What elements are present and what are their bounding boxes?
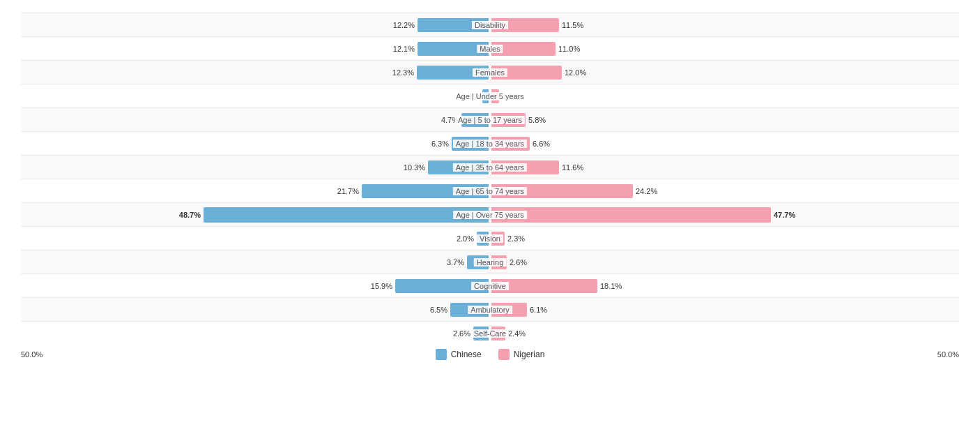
bar-value-right: 6.6% (533, 140, 550, 148)
row-label: Age | Under 5 years (453, 92, 527, 100)
chart-row: 15.9% Cognitive 18.1% (21, 274, 959, 297)
bar-value-right: 12.0% (565, 68, 586, 77)
bar-value-left: 48.7% (179, 211, 201, 219)
bar-value-left: 15.9% (371, 282, 392, 290)
row-label: Age | 35 to 64 years (453, 163, 527, 172)
row-label: Self-Care (471, 329, 509, 338)
legend-nigerian-label: Nigerian (514, 350, 545, 359)
chart-row: 2.0% Vision 2.3% (21, 226, 959, 250)
bar-value-right: 24.2% (636, 187, 657, 195)
legend-row: 50.0% Chinese Nigerian 50.0% (21, 349, 959, 360)
chart-container: 12.2% Disability 11.5% 12.1% Males 11.0%… (14, 13, 966, 360)
chart-row: 1.1% Age | Under 5 years 1.3% (21, 84, 959, 107)
chart-row: 6.5% Ambulatory 6.1% (21, 297, 959, 321)
bar-right (491, 207, 771, 223)
bar-value-right: 2.6% (510, 258, 527, 267)
row-label: Hearing (474, 258, 507, 267)
bar-value-right: 11.5% (562, 21, 583, 29)
row-label: Age | Over 75 years (453, 211, 527, 219)
row-label: Males (477, 45, 503, 53)
legend-chinese: Chinese (436, 349, 482, 360)
axis-label-right: 50.0% (931, 350, 959, 359)
row-label: Age | 65 to 74 years (453, 187, 527, 195)
chart-row: 4.7% Age | 5 to 17 years 5.8% (21, 107, 959, 131)
chart-row: 12.2% Disability 11.5% (21, 13, 959, 36)
bar-value-right: 2.4% (508, 329, 526, 338)
chart-row: 21.7% Age | 65 to 74 years 24.2% (21, 179, 959, 202)
row-label: Age | 18 to 34 years (453, 140, 527, 148)
chart-row: 12.3% Females 12.0% (21, 60, 959, 84)
bar-value-left: 3.7% (447, 258, 464, 267)
chart-row: 12.1% Males 11.0% (21, 36, 959, 60)
chart-row: 10.3% Age | 35 to 64 years 11.6% (21, 155, 959, 179)
chart-row: 6.3% Age | 18 to 34 years 6.6% (21, 131, 959, 155)
bar-value-left: 12.1% (393, 45, 415, 53)
legend-color-nigerian (498, 349, 510, 360)
bar-value-right: 18.1% (600, 282, 622, 290)
bar-left (204, 207, 489, 223)
row-label: Vision (477, 234, 503, 243)
bar-value-right: 5.8% (528, 116, 546, 124)
bar-value-left: 10.3% (404, 163, 425, 172)
bar-value-right: 47.7% (774, 211, 795, 219)
chart-row: 3.7% Hearing 2.6% (21, 250, 959, 274)
bar-value-left: 21.7% (337, 187, 359, 195)
bar-value-left: 12.2% (393, 21, 415, 29)
row-label: Ambulatory (468, 306, 512, 314)
row-label: Females (473, 68, 507, 77)
bar-value-right: 6.1% (530, 306, 547, 314)
bar-value-left: 2.0% (457, 234, 474, 243)
legend-nigerian: Nigerian (498, 349, 545, 360)
legend-chinese-label: Chinese (451, 350, 482, 359)
row-label: Age | 5 to 17 years (455, 116, 525, 124)
bar-value-right: 2.3% (507, 234, 525, 243)
legend-color-chinese (436, 349, 447, 360)
bar-value-right: 11.6% (562, 163, 583, 172)
bar-value-left: 2.6% (453, 329, 470, 338)
row-label: Cognitive (471, 282, 509, 290)
axis-label-left: 50.0% (21, 350, 49, 359)
bar-value-left: 12.3% (392, 68, 414, 77)
bar-value-left: 6.3% (431, 140, 449, 148)
row-label: Disability (472, 21, 508, 29)
bar-value-left: 6.5% (430, 306, 447, 314)
chart-row: 2.6% Self-Care 2.4% (21, 321, 959, 345)
chart-row: 48.7% Age | Over 75 years 47.7% (21, 202, 959, 226)
bar-value-right: 11.0% (558, 45, 580, 53)
